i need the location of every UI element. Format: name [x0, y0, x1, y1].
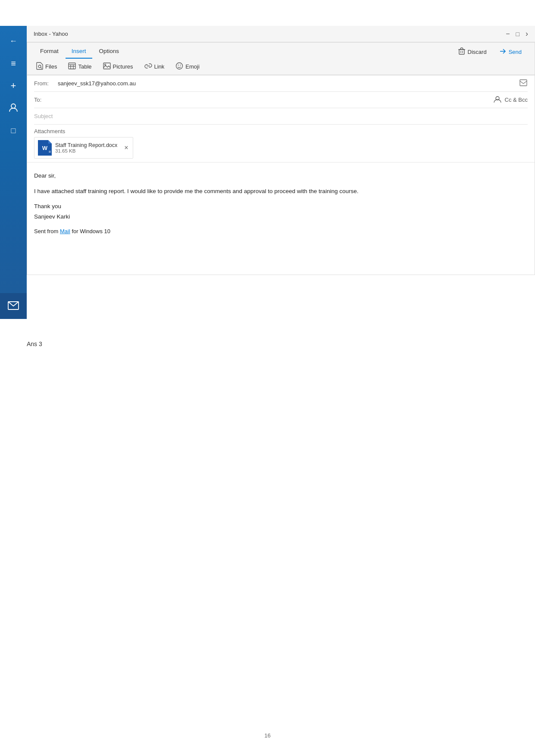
attachments-section: Attachments W ≡ Staff Training Report.do… — [27, 125, 535, 162]
table-icon — [68, 62, 76, 71]
edit-icon[interactable] — [519, 79, 528, 88]
emoji-toolbar-item[interactable]: Emoji — [173, 61, 202, 72]
to-extras: Cc & Bcc — [494, 95, 528, 104]
sent-from-prefix: Sent from — [34, 228, 60, 234]
body-greeting: Dear sir, — [34, 171, 528, 181]
sidebar-add[interactable]: + — [0, 75, 27, 97]
minimize-button[interactable]: − — [506, 30, 510, 38]
ribbon-actions: Discard Send — [455, 46, 528, 58]
email-fields: From: sanjeev_ssk17@yahoo.com.au To: — [27, 75, 535, 125]
pictures-label: Pictures — [113, 63, 133, 70]
table-label: Table — [78, 63, 91, 70]
from-extras — [519, 79, 528, 88]
body-closing1: Thank you — [34, 202, 528, 211]
subject-label: Subject — [34, 113, 58, 119]
attachment-item: W ≡ Staff Training Report.docx 31.65 KB … — [34, 137, 133, 159]
ribbon-tabs-row: Format Insert Options Discar — [27, 43, 535, 59]
ribbon: Format Insert Options Discar — [27, 43, 535, 75]
link-label: Link — [154, 63, 165, 70]
ans-label: Ans 3 — [27, 341, 42, 717]
sidebar: ← ≡ + □ — [0, 26, 27, 319]
maximize-button[interactable]: □ — [516, 31, 519, 37]
next-button[interactable]: › — [526, 29, 528, 38]
window-topbar: Inbox - Yahoo − □ › — [27, 26, 535, 42]
attachment-word-icon: W ≡ — [38, 140, 52, 156]
sidebar-person[interactable] — [0, 97, 27, 119]
toolbar-row: Files Table — [27, 59, 535, 75]
body-sent-from: Sent from Mail for Windows 10 — [34, 227, 528, 236]
svg-point-0 — [11, 104, 16, 108]
link-toolbar-item[interactable]: Link — [142, 62, 167, 72]
files-icon — [36, 62, 43, 71]
body-paragraph: I have attached staff training report. I… — [34, 187, 528, 196]
tab-format[interactable]: Format — [34, 45, 65, 59]
to-label: To: — [34, 97, 58, 103]
svg-point-16 — [176, 63, 183, 69]
emoji-icon — [175, 62, 183, 71]
attachment-remove-button[interactable]: × — [123, 143, 129, 153]
send-button[interactable]: Send — [496, 46, 524, 58]
pictures-toolbar-item[interactable]: Pictures — [101, 61, 135, 72]
tab-options[interactable]: Options — [93, 45, 125, 59]
to-row: To: Cc & Bcc — [34, 92, 528, 108]
files-toolbar-item[interactable]: Files — [34, 61, 59, 72]
svg-point-17 — [178, 65, 179, 66]
from-value: sanjeev_ssk17@yahoo.com.au — [58, 80, 519, 87]
pictures-icon — [103, 62, 111, 71]
ribbon-tab-group: Format Insert Options — [34, 45, 125, 59]
page-number: 16 — [264, 732, 270, 739]
cc-bcc-label[interactable]: Cc & Bcc — [505, 97, 528, 103]
svg-rect-13 — [103, 63, 110, 69]
mail-link[interactable]: Mail — [60, 228, 70, 234]
sent-from-suffix: for Windows 10 — [70, 228, 110, 234]
link-icon — [144, 63, 152, 70]
add-recipient-icon[interactable] — [494, 95, 501, 104]
svg-rect-8 — [69, 63, 75, 69]
subject-row: Subject — [34, 108, 528, 125]
from-row: From: sanjeev_ssk17@yahoo.com.au — [34, 75, 528, 92]
attachment-details: Staff Training Report.docx 31.65 KB — [55, 142, 117, 153]
emoji-label: Emoji — [185, 63, 200, 70]
discard-label: Discard — [468, 49, 487, 55]
from-label: From: — [34, 80, 58, 87]
svg-point-14 — [104, 64, 106, 66]
sidebar-back[interactable]: ← — [0, 30, 27, 52]
svg-rect-19 — [520, 80, 527, 86]
attachment-size: 31.65 KB — [55, 148, 117, 153]
email-body[interactable]: Dear sir, I have attached staff training… — [27, 162, 535, 275]
svg-point-18 — [180, 65, 181, 66]
email-compose: Format Insert Options Discar — [27, 42, 535, 275]
send-label: Send — [509, 49, 522, 55]
discard-icon — [458, 47, 466, 56]
sidebar-square[interactable]: □ — [0, 120, 27, 141]
table-toolbar-item[interactable]: Table — [66, 61, 94, 72]
sidebar-menu[interactable]: ≡ — [0, 53, 27, 74]
body-closing2: Sanjeev Karki — [34, 212, 528, 222]
send-icon — [499, 47, 507, 56]
discard-button[interactable]: Discard — [455, 46, 489, 58]
files-label: Files — [45, 63, 57, 70]
attachment-name: Staff Training Report.docx — [55, 142, 117, 148]
attachments-label: Attachments — [34, 128, 528, 134]
sidebar-mail[interactable] — [0, 293, 27, 319]
svg-rect-2 — [459, 50, 464, 54]
svg-line-7 — [41, 67, 42, 69]
window-title: Inbox - Yahoo — [34, 31, 506, 37]
tab-insert[interactable]: Insert — [66, 45, 92, 59]
